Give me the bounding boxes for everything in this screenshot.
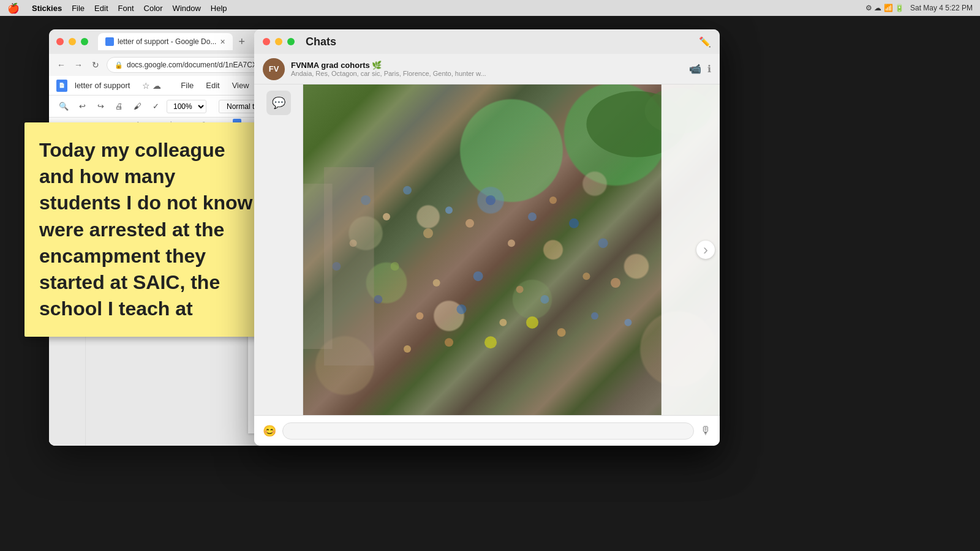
sticky-note-text: Today my colleague and how many students… <box>39 139 252 320</box>
svg-point-23 <box>598 238 608 248</box>
undo-button[interactable]: ↩ <box>75 99 89 114</box>
chat-title: Chats <box>306 36 336 48</box>
chat-mic-icon[interactable]: 🎙 <box>700 424 711 437</box>
redo-button[interactable]: ↪ <box>93 99 108 114</box>
chat-group-info: FVNMA grad cohorts 🌿 Andaia, Res, Octago… <box>291 61 486 77</box>
doc-title: letter of support <box>70 80 135 91</box>
svg-point-5 <box>423 228 433 238</box>
doc-cloud-icon[interactable]: ☁ <box>153 81 161 91</box>
chat-left-icon-bubble[interactable]: 💬 <box>266 91 291 115</box>
svg-point-12 <box>569 219 579 228</box>
svg-point-21 <box>540 295 549 304</box>
chat-participants: Andaia, Res, Octagon, car sic, Paris, Fl… <box>291 70 486 77</box>
svg-point-32 <box>445 338 453 347</box>
svg-point-3 <box>383 213 390 220</box>
tab-favicon <box>105 37 114 46</box>
svg-point-33 <box>404 345 411 353</box>
reload-button[interactable]: ↻ <box>89 59 102 71</box>
svg-point-28 <box>557 328 566 337</box>
svg-point-4 <box>403 186 412 195</box>
svg-point-22 <box>582 272 590 280</box>
back-button[interactable]: ← <box>55 59 67 71</box>
doc-menu-file[interactable]: File <box>176 80 198 91</box>
doc-file-icon: 📄 <box>56 80 67 92</box>
svg-point-27 <box>484 336 497 348</box>
svg-point-26 <box>526 317 538 329</box>
apple-menu[interactable]: 🍎 <box>7 2 20 14</box>
menubar-edit[interactable]: Edit <box>94 4 108 13</box>
menubar-icons: ⚙ ☁ 📶 🔋 <box>865 4 904 12</box>
menubar-right: ⚙ ☁ 📶 🔋 Sat May 4 5:22 PM <box>865 4 973 12</box>
svg-point-17 <box>374 295 382 304</box>
svg-point-6 <box>445 206 453 214</box>
tab-close-button[interactable]: × <box>220 37 225 47</box>
svg-point-9 <box>508 239 515 247</box>
menubar-font[interactable]: Font <box>118 4 134 13</box>
chat-info-icon[interactable]: ℹ <box>707 63 711 75</box>
chat-videocall-icon[interactable]: 📹 <box>689 63 701 75</box>
chat-group-name: FVNMA grad cohorts 🌿 <box>291 61 486 70</box>
forward-button[interactable]: → <box>72 59 85 71</box>
lock-icon: 🔒 <box>115 61 123 69</box>
doc-menu-view[interactable]: View <box>227 80 254 91</box>
svg-point-16 <box>516 286 524 293</box>
chat-main: 💬 <box>254 84 720 415</box>
chat-panel: Chats ✏️ FV FVNMA grad cohorts 🌿 Andaia,… <box>254 29 720 446</box>
chat-tl-close[interactable] <box>263 38 270 45</box>
new-tab-button[interactable]: + <box>235 36 249 48</box>
expand-right-arrow[interactable]: › <box>696 241 715 259</box>
doc-star-icon[interactable]: ☆ <box>142 81 150 91</box>
chat-bottom-bar: 😊 🎙 <box>254 415 720 446</box>
active-tab[interactable]: letter of support - Google Do... × <box>98 33 233 50</box>
tab-title: letter of support - Google Do... <box>118 37 216 46</box>
traffic-light-close[interactable] <box>56 38 64 45</box>
chat-input[interactable] <box>282 422 694 440</box>
chat-header-actions: 📹 ℹ <box>689 63 711 75</box>
chat-group-header: FV FVNMA grad cohorts 🌿 Andaia, Res, Oct… <box>254 54 720 84</box>
svg-rect-35 <box>303 184 333 349</box>
svg-point-15 <box>473 271 483 281</box>
menubar-color[interactable]: Color <box>144 4 163 13</box>
svg-point-14 <box>433 279 440 287</box>
paint-format-btn[interactable]: 🖌 <box>130 99 145 114</box>
chat-tl-minimize[interactable] <box>275 38 282 45</box>
svg-point-29 <box>591 312 598 320</box>
svg-point-18 <box>416 312 423 320</box>
menubar-help[interactable]: Help <box>211 4 227 13</box>
zoom-select[interactable]: 100% <box>167 100 206 113</box>
menubar: 🍎 Stickies File Edit Font Color Window H… <box>0 0 980 16</box>
print-btn[interactable]: 🖨 <box>111 99 126 114</box>
traffic-light-maximize[interactable] <box>81 38 88 45</box>
chat-group-avatar: FV <box>263 58 285 80</box>
chat-emoji-icon[interactable]: 😊 <box>263 424 276 438</box>
svg-point-30 <box>611 278 620 288</box>
menubar-time: Sat May 4 5:22 PM <box>910 4 973 12</box>
svg-point-20 <box>499 319 507 326</box>
svg-point-19 <box>456 304 466 314</box>
svg-point-8 <box>486 195 496 205</box>
crowd-image <box>303 84 720 415</box>
svg-point-13 <box>391 262 399 271</box>
chat-tl-maximize[interactable] <box>287 38 295 45</box>
svg-point-10 <box>528 212 537 221</box>
print-button[interactable]: 🔍 <box>56 99 71 114</box>
chat-titlebar: Chats ✏️ <box>254 29 720 54</box>
spell-check-btn[interactable]: ✓ <box>148 99 163 114</box>
svg-point-7 <box>466 219 474 228</box>
chat-image-area: › <box>303 84 720 415</box>
sticky-note[interactable]: Today my colleague and how many students… <box>24 122 270 337</box>
svg-point-11 <box>549 197 557 204</box>
compose-icon[interactable]: ✏️ <box>699 36 711 48</box>
doc-menu-edit[interactable]: Edit <box>201 80 224 91</box>
traffic-light-minimize[interactable] <box>69 38 76 45</box>
menubar-window[interactable]: Window <box>173 4 201 13</box>
menubar-file[interactable]: File <box>72 4 85 13</box>
svg-point-31 <box>624 319 631 326</box>
chat-left-panel: 💬 <box>254 84 303 415</box>
menubar-stickies[interactable]: Stickies <box>32 4 62 13</box>
crowd-svg <box>303 84 720 415</box>
